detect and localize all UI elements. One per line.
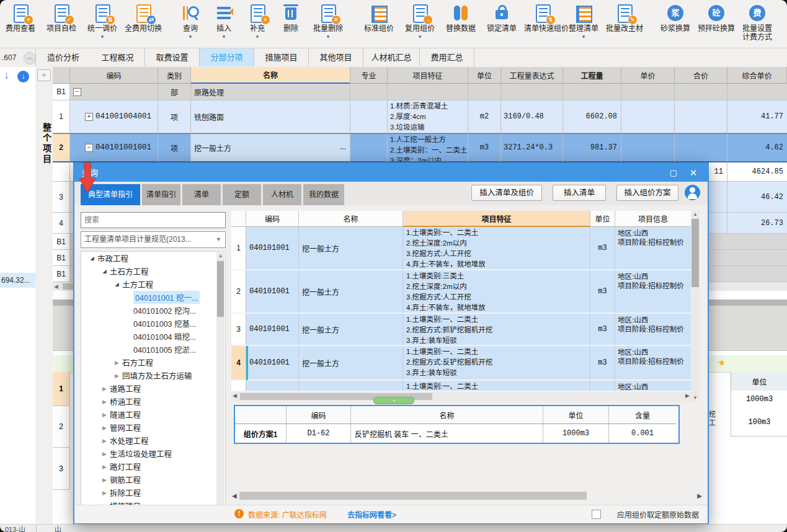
result-vertical-scrollbar[interactable]: ▲ ▼ xyxy=(691,211,700,401)
user-avatar-icon[interactable] xyxy=(685,185,700,200)
toolbar-batch-change-material[interactable]: ✎ 批量改主材 xyxy=(604,4,645,40)
scheme-row[interactable]: 组价方案1 D1-62 反铲挖掘机 装车 一、二类土 1000m3 0.001 xyxy=(235,424,678,443)
tab-subsection-items[interactable]: 分部分项 xyxy=(200,48,254,66)
toolbar-delete[interactable]: 删除 xyxy=(274,4,308,40)
index-site-link[interactable]: 去指标网看看> xyxy=(347,509,396,520)
tree-item[interactable]: 040101004 暗挖... xyxy=(81,330,225,343)
tree-item[interactable]: ▶路灯工程 xyxy=(81,460,225,473)
collapse-row-icon[interactable]: − xyxy=(85,144,93,152)
toolbar-reuse-pricing[interactable]: → 复用组价 ▾ xyxy=(399,4,440,40)
tab-labor-material[interactable]: 人材机 xyxy=(263,184,301,205)
dropdown-caret-icon[interactable]: ▾ xyxy=(223,33,226,40)
tab-list-guide[interactable]: 清单指引 xyxy=(142,184,180,205)
result-row[interactable]: 1 040101001 挖一般土方 1.土壤类别:一、二类土2.挖土深度:2m以… xyxy=(231,227,691,270)
toolbar-insert[interactable]: 插入 ▾ xyxy=(207,4,241,40)
col-header-name[interactable]: 名称 xyxy=(299,211,403,227)
col-header-code[interactable]: 编码 xyxy=(246,211,299,227)
tree-item[interactable]: ◢土石方工程 xyxy=(81,265,225,278)
dialog-horizontal-scrollbar[interactable]: ◀▶ xyxy=(232,491,702,502)
toolbar-quick-pricing[interactable]: ↯ 清单快速组价 xyxy=(522,4,563,40)
result-row-partial[interactable]: 1.土壤类别:一、二类土 地区:山西 xyxy=(231,381,691,392)
favorite-star-icon[interactable]: ★ xyxy=(718,357,726,368)
col-header-category[interactable]: 类别 xyxy=(158,67,191,84)
lower-row-number[interactable]: 2 xyxy=(53,406,70,448)
tree-item[interactable]: ▶水处理工程 xyxy=(81,434,225,447)
tab-list[interactable]: 清单 xyxy=(182,184,221,205)
spec-select[interactable]: 工程量清单项目计量规范(2013...▼ xyxy=(81,231,226,248)
toolbar-query[interactable]: 查询 ▾ xyxy=(174,4,207,40)
tab-measure-items[interactable]: 措施项目 xyxy=(254,48,309,66)
download-circle-icon[interactable]: ↓ xyxy=(17,71,29,82)
scroll-left-icon[interactable]: ◀ xyxy=(54,282,58,291)
table-row[interactable]: 1 +041001004001 项 铣刨路面 1.材质:沥青混凝土 2.厚度:4… xyxy=(53,100,787,133)
toolbar-supplement[interactable]: + 补充 ▾ xyxy=(241,4,274,40)
close-icon[interactable]: ✕ xyxy=(684,164,703,182)
col-header-unit-price[interactable]: 单价 xyxy=(621,67,675,84)
lower-row-number[interactable]: 3 xyxy=(53,448,70,490)
collapse-row-icon[interactable]: − xyxy=(73,88,81,96)
table-row[interactable]: B1 − 部 原路处理 xyxy=(53,84,787,100)
col-header-project-info[interactable]: 项目信息 xyxy=(615,211,691,227)
drag-handle[interactable]: ⌄ xyxy=(373,397,414,404)
dropdown-caret-icon[interactable]: ▾ xyxy=(101,33,104,40)
tree-item[interactable]: ◢土方工程 xyxy=(81,278,225,291)
tab-quota[interactable]: 定额 xyxy=(223,184,261,205)
result-row-selected[interactable]: 4 040101001 挖一般土方 1.土壤类别:一、二类土2.挖掘方式:反铲挖… xyxy=(231,346,691,381)
tab-cost-analysis[interactable]: 造价分析 xyxy=(35,48,91,66)
col-header-profession[interactable]: 专业 xyxy=(350,67,388,84)
toolbar-unified-adjust-price[interactable]: ⇅ 统一调价 ▾ xyxy=(82,4,123,40)
toolbar-lock-list[interactable]: 锁定清单 xyxy=(481,4,522,40)
tree-item[interactable]: ▶生活垃圾处理工程 xyxy=(81,447,225,460)
tab-labor-material-summary[interactable]: 人材机汇总 xyxy=(363,48,420,66)
col-header-code[interactable]: 编码 xyxy=(70,67,158,84)
insert-list-and-price-button[interactable]: 插入清单及组价 xyxy=(471,185,542,201)
dropdown-caret-icon[interactable]: ▾ xyxy=(582,33,585,40)
toolbar-cost-view[interactable]: ÷ 费用查看 xyxy=(0,4,41,40)
col-header-features[interactable]: 项目特征 xyxy=(388,67,468,84)
tab-project-overview[interactable]: 工程概况 xyxy=(91,48,145,66)
more-options-icon[interactable]: ... xyxy=(340,143,346,151)
download-arrow-icon[interactable]: ↓ xyxy=(4,69,9,82)
tab-my-data[interactable]: 我的数据 xyxy=(303,184,344,205)
col-header-comprehensive-price[interactable]: 综合单价 xyxy=(727,67,787,84)
toolbar-concrete-conversion[interactable]: 砼 预拌砼换算 xyxy=(696,4,737,40)
col-header-quantity[interactable]: 工程量 xyxy=(563,67,621,84)
tab-other-items[interactable]: 其他项目 xyxy=(309,48,363,66)
tree-item[interactable]: ▶道路工程 xyxy=(81,382,225,395)
col-header-unit[interactable]: 单位 xyxy=(590,211,615,227)
toolbar-standard-pricing[interactable]: 标准组价 xyxy=(358,4,399,40)
side-panel-item[interactable]: 694.32... xyxy=(0,273,35,288)
apply-original-quota-checkbox[interactable] xyxy=(592,510,601,519)
expand-row-icon[interactable]: + xyxy=(85,113,93,121)
dropdown-caret-icon[interactable]: ▾ xyxy=(189,33,192,40)
toolbar-batch-fee-mode[interactable]: 费 批量设置计费方式 xyxy=(737,4,778,48)
expand-panel-icon[interactable]: » xyxy=(37,69,51,81)
tree-item[interactable]: ▶桥涵工程 xyxy=(81,395,225,408)
toolbar-mortar-conversion[interactable]: 浆 砂浆换算 xyxy=(655,4,696,40)
tree-item-selected[interactable]: 040101001 挖一... xyxy=(81,291,225,304)
tree-item[interactable]: ▶钢筋工程 xyxy=(81,473,225,486)
tree-item[interactable]: ▶隧道工程 xyxy=(81,408,225,421)
toolbar-self-check[interactable]: ✓ 项目自检 xyxy=(41,4,82,40)
toolbar-batch-delete[interactable]: ✕ 批量删除 ▾ xyxy=(308,4,349,40)
tree-item[interactable]: ▶管网工程 xyxy=(81,421,225,434)
tree-item[interactable]: 040101003 挖基... xyxy=(81,317,225,330)
collapse-up-icon[interactable]: ︿ xyxy=(24,52,36,64)
result-row[interactable]: 2 040101001 挖一般土方 1.土壤类别:三类土2.挖土深度:2m以内 … xyxy=(231,270,691,314)
tree-item[interactable]: ▶回填方及土石方运输 xyxy=(81,369,225,382)
tree-item[interactable]: ▶石方工程 xyxy=(81,356,225,369)
dropdown-caret-icon[interactable]: ▾ xyxy=(419,33,422,40)
maximize-icon[interactable]: ▢ xyxy=(664,164,683,182)
tree-item[interactable]: 040101002 挖沟... xyxy=(81,304,225,317)
dropdown-caret-icon[interactable]: ▾ xyxy=(327,33,330,40)
col-header-total-price[interactable]: 合价 xyxy=(675,67,727,84)
table-row-selected[interactable]: 2 −040101001001 项 挖一般土方... 1.人工挖一般土方 2.土… xyxy=(53,133,787,162)
toolbar-organize-list[interactable]: 整理清单 ▾ xyxy=(563,4,604,40)
insert-price-scheme-button[interactable]: 插入组价方案 xyxy=(616,185,678,201)
col-header-features[interactable]: 项目特征 xyxy=(403,211,590,227)
tree-item[interactable]: ◢市政工程 xyxy=(81,252,225,265)
result-horizontal-scrollbar[interactable]: ◀▶ xyxy=(231,392,691,401)
tree-item[interactable]: ▶拆除工程 xyxy=(81,486,225,499)
toolbar-replace-data[interactable]: 替换数据 xyxy=(440,4,481,40)
col-header-name[interactable]: 名称 xyxy=(191,67,350,84)
